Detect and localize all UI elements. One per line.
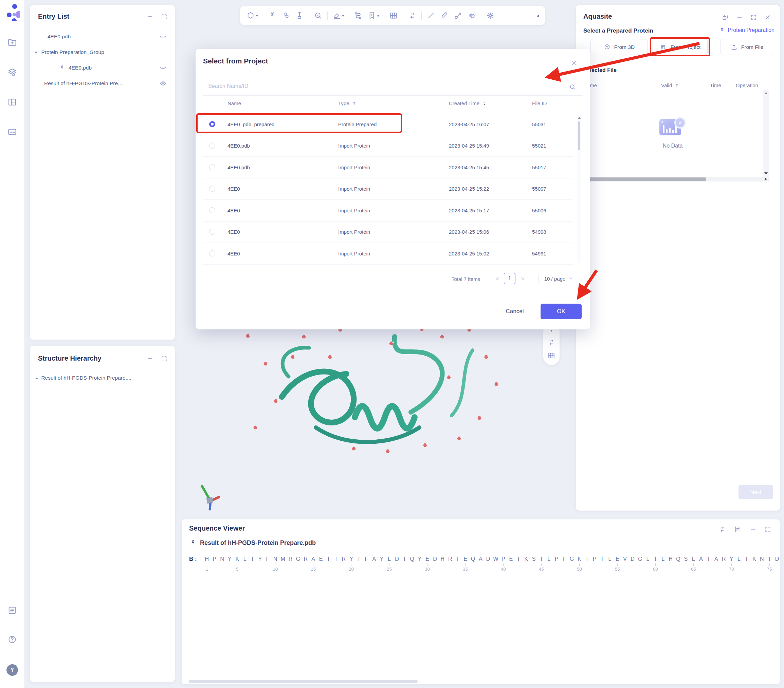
residue[interactable]: M <box>279 555 287 571</box>
protein-preparation-link[interactable]: Protein Preparation <box>718 27 774 34</box>
entry-list-item[interactable]: 4EE0.pdb <box>30 60 175 76</box>
radio-unselected[interactable] <box>209 229 215 235</box>
eye-closed-icon[interactable] <box>159 33 167 40</box>
restore-icon[interactable] <box>722 14 729 21</box>
caret-down-icon[interactable]: ▾ <box>35 50 37 55</box>
minimize-icon[interactable] <box>750 526 756 533</box>
pagination-prev[interactable]: < <box>496 276 499 282</box>
bond-tool-icon[interactable] <box>454 11 463 20</box>
residue[interactable]: P <box>553 555 560 571</box>
caret-down-icon[interactable]: ▾ <box>342 13 344 18</box>
residue[interactable]: Y <box>256 555 264 571</box>
expand-icon[interactable] <box>765 526 771 533</box>
swap-icon[interactable] <box>547 338 555 346</box>
residue[interactable]: P <box>211 555 218 571</box>
residue[interactable]: L <box>644 555 652 571</box>
from-project-button[interactable]: From Project <box>652 39 708 55</box>
sequence-letters[interactable]: H1PNYK5LTYFN10MRGRA15EIIRY20IFAYL25DIQYE… <box>203 555 780 571</box>
help-icon[interactable] <box>0 630 25 649</box>
entry-list-item[interactable]: ▾Protein Preparation_Group <box>30 44 175 60</box>
residue[interactable]: R <box>340 555 348 571</box>
residue[interactable]: A <box>371 555 378 571</box>
residue[interactable]: F <box>560 555 568 571</box>
residue[interactable]: T <box>743 555 750 571</box>
radio-selected[interactable] <box>209 121 215 127</box>
residue[interactable]: G <box>294 555 302 571</box>
pencil-tool-icon[interactable] <box>440 11 449 20</box>
residue[interactable]: S <box>682 555 690 571</box>
residue[interactable]: I <box>401 555 408 571</box>
residue[interactable]: L <box>241 555 249 571</box>
residue[interactable]: K5 <box>234 555 241 571</box>
residue[interactable]: K <box>750 555 758 571</box>
residue[interactable]: K <box>522 555 530 571</box>
next-button[interactable]: Next <box>738 485 773 499</box>
residue[interactable]: R <box>287 555 294 571</box>
residue[interactable]: I <box>324 555 332 571</box>
pagination-next[interactable]: > <box>521 276 525 282</box>
residue[interactable]: L <box>659 555 667 571</box>
residue[interactable]: L <box>735 555 743 571</box>
layout-panel-icon[interactable] <box>0 92 25 112</box>
route-tool-icon[interactable] <box>354 11 362 20</box>
map-tool-icon[interactable] <box>389 11 398 20</box>
residue[interactable]: F <box>264 555 271 571</box>
residue[interactable]: A15 <box>309 555 317 571</box>
residue[interactable]: T45 <box>537 555 545 571</box>
residue[interactable]: L <box>545 555 553 571</box>
pagination-page[interactable]: 1 <box>504 273 516 284</box>
residue[interactable]: D <box>431 555 439 571</box>
column-type[interactable]: Type <box>338 100 357 106</box>
residue[interactable]: F <box>362 555 370 571</box>
residue[interactable]: Y <box>416 555 423 571</box>
residue[interactable]: N10 <box>272 555 279 571</box>
residue[interactable]: P40 <box>499 555 507 571</box>
residue[interactable]: I <box>454 555 461 571</box>
from-file-button[interactable]: From File <box>720 39 773 55</box>
horizontal-scrollbar[interactable] <box>189 680 418 683</box>
gear-tool-icon[interactable] <box>486 11 495 20</box>
swap-tool-icon[interactable] <box>408 11 417 20</box>
entry-list-item[interactable]: 4EE0.pdb <box>30 29 175 44</box>
residue[interactable]: Q <box>408 555 416 571</box>
entry-list-item[interactable]: Result of hH-PGDS-Protein Pre... <box>30 76 175 91</box>
residue[interactable]: I <box>705 555 712 571</box>
expand-icon[interactable] <box>161 356 167 362</box>
vertical-scrollbar[interactable] <box>577 115 581 263</box>
residue[interactable]: R <box>302 555 309 571</box>
job-icon[interactable]: JOB <box>0 122 25 142</box>
residue[interactable]: H1 <box>203 555 211 571</box>
eye-open-icon[interactable] <box>159 80 167 87</box>
ok-button[interactable]: OK <box>540 304 581 319</box>
residue[interactable]: T <box>249 555 256 571</box>
radio-unselected[interactable] <box>209 143 215 149</box>
vertical-scrollbar[interactable] <box>763 90 769 177</box>
residue[interactable]: Q <box>469 555 477 571</box>
residue[interactable]: H <box>667 555 674 571</box>
residue[interactable]: I <box>598 555 606 571</box>
close-icon[interactable] <box>570 60 577 66</box>
residue[interactable]: K50 <box>575 555 583 571</box>
user-avatar[interactable]: Y <box>7 664 18 676</box>
residue[interactable]: E <box>507 555 515 571</box>
swap-icon[interactable] <box>718 525 726 533</box>
residue[interactable]: A <box>477 555 484 571</box>
expand-icon[interactable] <box>750 14 757 21</box>
caret-down-icon[interactable]: ▾ <box>256 13 258 18</box>
residue[interactable]: A <box>712 555 720 571</box>
flask-tool-icon[interactable] <box>295 11 304 20</box>
residue[interactable]: Y20 <box>348 555 355 571</box>
molecule-3d-render[interactable] <box>234 315 513 458</box>
search-field[interactable] <box>208 83 548 90</box>
project-file-row[interactable]: 4EE0Import Protein2023-04-25 15:0654998 <box>203 221 573 243</box>
residue[interactable]: L65 <box>690 555 697 571</box>
caret-down-icon[interactable]: ▾ <box>377 13 379 18</box>
residue[interactable]: N <box>218 555 226 571</box>
circles-tool-icon[interactable] <box>467 11 476 20</box>
filter-icon[interactable] <box>674 83 679 88</box>
project-file-row[interactable]: 4EE0_pdb_preparedProtein Prepared2023-04… <box>203 113 573 135</box>
horizontal-scrollbar[interactable] <box>583 177 769 182</box>
hexagon-tool-icon[interactable]: ▾ <box>246 11 258 20</box>
expand-icon[interactable] <box>161 13 167 20</box>
radio-unselected[interactable] <box>209 186 215 192</box>
